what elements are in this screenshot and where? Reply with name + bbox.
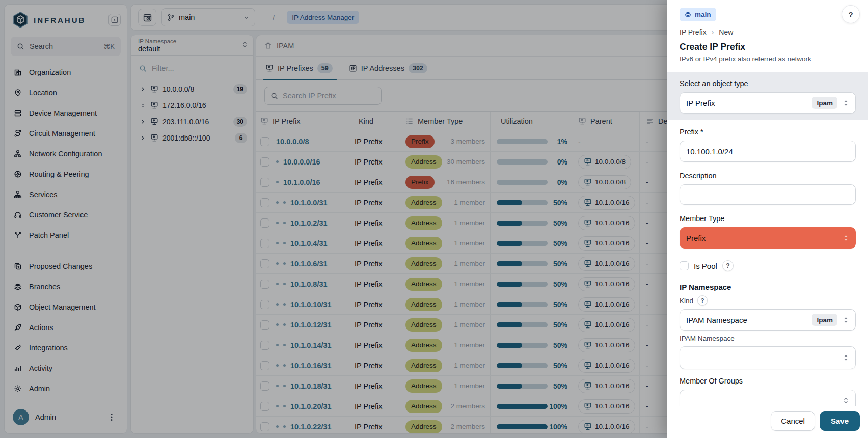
member-of-groups-select[interactable] (680, 390, 856, 406)
is-pool-label: Is Pool (694, 262, 717, 270)
panel-breadcrumb-current: New (719, 28, 733, 36)
kind-row: Kind ? (680, 295, 856, 306)
panel-form: Prefix * Description Member Type Prefix … (667, 120, 868, 406)
chevron-updown-icon (843, 354, 849, 361)
member-type-select[interactable]: Prefix (680, 227, 856, 249)
cancel-button[interactable]: Cancel (771, 411, 815, 431)
panel-title: Create IP Prefix (680, 42, 856, 52)
ip-namespace-section-heading: IP Namespace (680, 283, 856, 291)
object-type-label: Select an object type (680, 79, 856, 88)
save-button[interactable]: Save (820, 411, 860, 431)
description-label: Description (680, 172, 856, 180)
kind-help[interactable]: ? (697, 295, 708, 306)
ipam-namespace-select[interactable] (680, 346, 856, 369)
help-button[interactable]: ? (842, 5, 860, 23)
panel-footer: Cancel Save (667, 406, 868, 438)
kind-label: Kind (680, 297, 693, 305)
object-type-select[interactable]: IP Prefix Ipam (680, 92, 856, 114)
prefix-label: Prefix * (680, 128, 856, 136)
description-input[interactable] (680, 184, 856, 205)
ipam-namespace-label: IPAM Namespace (680, 335, 856, 342)
object-type-value: IP Prefix (686, 99, 812, 107)
ipam-kind-badge: Ipam (812, 97, 837, 109)
panel-header: main ? IP Prefix › New Create IP Prefix … (667, 0, 868, 63)
chevron-updown-icon (843, 397, 849, 404)
layers-icon (685, 11, 691, 18)
app: INFRAHUB Search ⌘K OrganizationLocationD… (0, 0, 868, 438)
panel-breadcrumb-parent[interactable]: IP Prefix (680, 28, 707, 36)
breadcrumb-chevron: › (712, 28, 714, 36)
kind-value: IPAM Namespace (686, 316, 812, 324)
is-pool-help[interactable]: ? (722, 260, 734, 271)
member-type-label: Member Type (680, 214, 856, 223)
modal-overlay[interactable] (0, 0, 667, 438)
chevron-updown-icon (843, 100, 849, 106)
branch-badge-label: main (695, 11, 711, 18)
object-type-section: Select an object type IP Prefix Ipam (667, 72, 868, 120)
ipam-kind-badge: Ipam (812, 314, 837, 326)
is-pool-row: Is Pool ? (680, 260, 856, 271)
panel-breadcrumb: IP Prefix › New (680, 28, 856, 36)
prefix-input[interactable] (680, 141, 856, 162)
panel-subtitle: IPv6 or IPv4 prefix also referred as net… (680, 55, 856, 63)
is-pool-checkbox[interactable] (680, 261, 689, 270)
member-of-groups-label: Member Of Groups (680, 377, 856, 385)
member-type-value: Prefix (686, 234, 843, 242)
kind-select[interactable]: IPAM Namespace Ipam (680, 309, 856, 331)
chevron-updown-icon (843, 317, 849, 323)
branch-badge: main (680, 8, 716, 21)
create-ip-prefix-panel: main ? IP Prefix › New Create IP Prefix … (667, 0, 868, 438)
chevron-updown-icon (843, 235, 849, 241)
